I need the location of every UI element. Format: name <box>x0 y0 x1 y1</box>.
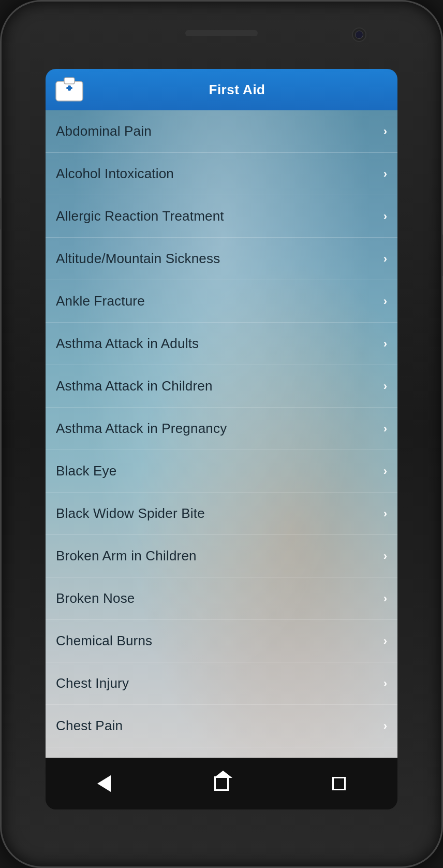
list-item-label: Black Widow Spider Bite <box>56 505 205 522</box>
list-item-arrow-icon: › <box>383 167 387 181</box>
list-item-label: Asthma Attack in Pregnancy <box>56 421 227 437</box>
header-title: First Aid <box>85 82 389 98</box>
list-item[interactable]: Asthma Attack in Adults › <box>46 323 397 365</box>
first-aid-kit-icon <box>54 76 85 103</box>
svg-rect-3 <box>68 85 71 91</box>
list-item-arrow-icon: › <box>383 125 387 138</box>
volume-button-left <box>0 198 1 229</box>
list-item-arrow-icon: › <box>383 634 387 648</box>
list-item-label: Asthma Attack in Children <box>56 378 213 394</box>
list-item[interactable]: Allergic Reaction Treatment › <box>46 195 397 238</box>
list-item[interactable]: Broken Nose › <box>46 577 397 620</box>
bottom-navigation <box>46 758 397 809</box>
list-item-label: Abdominal Pain <box>56 123 152 139</box>
list-item[interactable]: Alcohol Intoxication › <box>46 153 397 195</box>
app-header: First Aid <box>46 69 397 110</box>
list-item-arrow-icon: › <box>383 592 387 605</box>
list-item-label: Allergic Reaction Treatment <box>56 208 224 224</box>
list-container[interactable]: Abdominal Pain › Alcohol Intoxication › … <box>46 110 397 758</box>
list-item[interactable]: Abdominal Pain › <box>46 110 397 153</box>
phone-screen: First Aid Abdominal Pain › Alcohol Intox… <box>46 69 397 809</box>
list-item[interactable]: Chemical Burns › <box>46 620 397 662</box>
svg-rect-1 <box>64 78 75 84</box>
app-screen: First Aid Abdominal Pain › Alcohol Intox… <box>46 69 397 809</box>
list-item-label: Broken Nose <box>56 590 135 606</box>
list-item[interactable]: Asthma Attack in Pregnancy › <box>46 408 397 450</box>
list-item-arrow-icon: › <box>383 337 387 351</box>
list-item-arrow-icon: › <box>383 719 387 733</box>
list-item-arrow-icon: › <box>383 252 387 266</box>
list-item-arrow-icon: › <box>383 422 387 436</box>
list-item[interactable]: Asthma Attack in Children › <box>46 365 397 408</box>
phone-device: First Aid Abdominal Pain › Alcohol Intox… <box>0 0 443 868</box>
list-item-label: Altitude/Mountain Sickness <box>56 251 220 267</box>
list-item[interactable]: Ankle Fracture › <box>46 280 397 323</box>
list-item-label: Asthma Attack in Adults <box>56 336 199 352</box>
list-item-arrow-icon: › <box>383 507 387 520</box>
home-button[interactable] <box>214 776 229 791</box>
list-item[interactable]: Broken Arm in Children › <box>46 535 397 577</box>
recents-button[interactable] <box>332 777 346 790</box>
content-area: Abdominal Pain › Alcohol Intoxication › … <box>46 110 397 758</box>
list-item-arrow-icon: › <box>383 295 387 308</box>
back-button[interactable] <box>97 775 111 792</box>
list-item-label: Black Eye <box>56 463 116 479</box>
list-item-arrow-icon: › <box>383 465 387 478</box>
list-item-arrow-icon: › <box>383 210 387 223</box>
list-item-label: Broken Arm in Children <box>56 548 197 564</box>
list-item[interactable]: Black Eye › <box>46 450 397 493</box>
list-item-arrow-icon: › <box>383 380 387 393</box>
list-item[interactable]: Chest Injury › <box>46 662 397 705</box>
list-item-label: Alcohol Intoxication <box>56 166 174 182</box>
list-item[interactable]: Chest Pain › <box>46 705 397 747</box>
list-item[interactable]: Colds in Children › <box>46 747 397 758</box>
list-item[interactable]: Altitude/Mountain Sickness › <box>46 238 397 280</box>
list-item-arrow-icon: › <box>383 677 387 690</box>
list-item-arrow-icon: › <box>383 549 387 563</box>
list-item-label: Chest Injury <box>56 675 129 691</box>
list-item[interactable]: Black Widow Spider Bite › <box>46 493 397 535</box>
list-item-label: Chemical Burns <box>56 633 152 649</box>
camera <box>352 27 366 42</box>
list-item-label: Ankle Fracture <box>56 293 145 309</box>
list-item-label: Chest Pain <box>56 718 123 734</box>
